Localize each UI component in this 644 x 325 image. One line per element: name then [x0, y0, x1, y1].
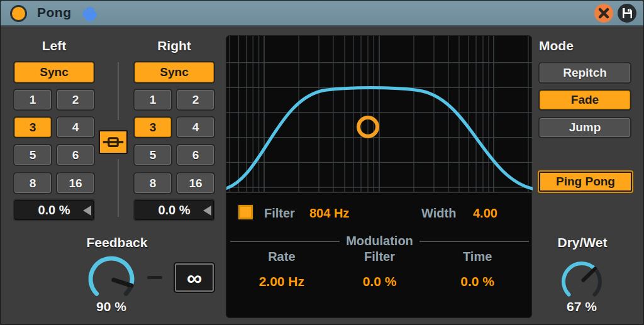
close-icon[interactable] — [594, 4, 613, 23]
left-beat-8[interactable]: 8 — [14, 174, 51, 193]
stereo-link-icon — [102, 135, 125, 150]
mod-rate-value[interactable]: 2.00 Hz — [233, 274, 331, 289]
filter-on-checkbox[interactable] — [237, 204, 254, 221]
freeze-button[interactable]: ∞ — [175, 263, 214, 292]
left-channel-label: Left — [13, 38, 95, 53]
modulation-params: Rate 2.00 Hz Filter 0.0 % Time 0.0 % — [233, 250, 526, 289]
filter-curve-display[interactable] — [226, 36, 533, 193]
pong-delay-device: Pong Left Sync 1 2 3 4 5 6 8 16 — [0, 0, 644, 325]
left-beat-2[interactable]: 2 — [57, 90, 94, 109]
right-beat-3[interactable]: 3 — [135, 118, 171, 137]
hot-swap-hand-icon — [81, 4, 99, 22]
left-offset-slider[interactable]: 0.0 % — [14, 200, 94, 220]
right-channel-label: Right — [133, 38, 215, 53]
left-beat-1[interactable]: 1 — [14, 90, 51, 109]
left-beat-16[interactable]: 16 — [57, 174, 94, 193]
filter-frequency-value[interactable]: 804 Hz — [309, 206, 349, 221]
right-beat-8[interactable]: 8 — [135, 174, 171, 193]
device-activator-toggle[interactable] — [10, 5, 27, 22]
device-title-bar: Pong — [1, 1, 644, 26]
mod-time-column: Time 0.0 % — [428, 250, 526, 289]
right-beat-16[interactable]: 16 — [177, 174, 214, 193]
connector-dash — [147, 276, 162, 279]
drag-triangle-icon — [203, 206, 211, 216]
left-beat-4[interactable]: 4 — [57, 118, 94, 137]
filter-width-value[interactable]: 4.00 — [473, 206, 497, 221]
mode-fade-button[interactable]: Fade — [540, 91, 630, 109]
mod-rate-label: Rate — [233, 250, 331, 264]
drag-triangle-icon — [83, 206, 91, 216]
right-offset-slider[interactable]: 0.0 % — [135, 200, 214, 220]
mod-filter-column: Filter 0.0 % — [331, 250, 429, 289]
left-beat-6[interactable]: 6 — [57, 145, 94, 165]
dry-wet-knob[interactable] — [558, 258, 606, 306]
feedback-knob[interactable] — [84, 252, 138, 306]
mod-time-label: Time — [428, 250, 526, 264]
right-offset-value: 0.0 % — [158, 203, 190, 218]
right-beat-2[interactable]: 2 — [177, 90, 214, 109]
device-title: Pong — [37, 5, 72, 20]
left-offset-value: 0.0 % — [38, 203, 70, 218]
separator-line — [230, 241, 340, 242]
right-beat-1[interactable]: 1 — [135, 90, 171, 109]
filter-display-panel: Filter 804 Hz Width 4.00 Modulation Rate… — [226, 35, 532, 318]
ping-pong-toggle[interactable]: Ping Pong — [539, 172, 632, 192]
right-beat-5[interactable]: 5 — [135, 145, 171, 165]
dry-wet-value: 67 % — [544, 299, 619, 314]
stereo-link-button[interactable] — [99, 130, 128, 154]
mod-time-value[interactable]: 0.0 % — [428, 274, 526, 289]
mod-rate-column: Rate 2.00 Hz — [233, 250, 331, 289]
right-sync-button[interactable]: Sync — [135, 62, 214, 82]
save-preset-icon[interactable] — [618, 4, 636, 23]
modulation-title: Modulation — [346, 234, 413, 248]
left-beat-3[interactable]: 3 — [14, 118, 51, 137]
filter-label: Filter — [264, 206, 295, 221]
separator-line — [419, 241, 529, 242]
feedback-value: 90 % — [74, 299, 149, 314]
left-sync-button[interactable]: Sync — [14, 62, 94, 82]
modulation-header: Modulation — [230, 234, 529, 248]
filter-row: Filter 804 Hz Width 4.00 — [226, 199, 533, 227]
infinity-icon: ∞ — [187, 267, 202, 289]
frequency-grid — [226, 36, 533, 192]
mod-filter-label: Filter — [331, 250, 429, 264]
channel-divider — [118, 62, 119, 120]
mode-repitch-button[interactable]: Repitch — [540, 63, 630, 82]
mode-jump-button[interactable]: Jump — [540, 118, 630, 137]
right-beat-4[interactable]: 4 — [177, 118, 214, 137]
mod-filter-value[interactable]: 0.0 % — [331, 274, 429, 289]
left-beat-5[interactable]: 5 — [14, 145, 51, 165]
mode-label: Mode — [539, 38, 574, 53]
dry-wet-label: Dry/Wet — [535, 235, 630, 250]
right-beat-6[interactable]: 6 — [177, 145, 214, 165]
width-label: Width — [421, 206, 456, 221]
channel-divider — [118, 159, 119, 217]
feedback-label: Feedback — [70, 235, 164, 250]
